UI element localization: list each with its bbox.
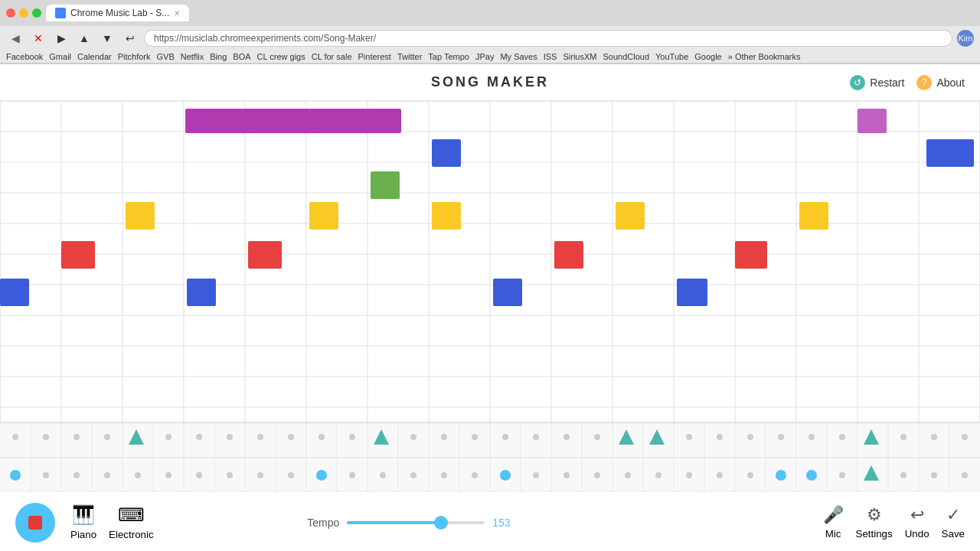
drum-dot[interactable] — [686, 434, 692, 440]
drum-dot[interactable] — [74, 472, 80, 478]
note-block[interactable] — [493, 279, 522, 306]
drum-dot[interactable] — [778, 434, 784, 440]
drum-dot[interactable] — [43, 434, 49, 440]
drum-triangle[interactable] — [649, 429, 665, 445]
bookmark-google[interactable]: Google — [694, 52, 721, 61]
drum-dot[interactable] — [655, 472, 662, 478]
note-block[interactable] — [926, 139, 974, 167]
piano-button[interactable]: 🎹 Piano — [70, 504, 96, 540]
active-tab[interactable]: Chrome Music Lab - S... ✕ — [46, 5, 189, 21]
drum-dot[interactable] — [900, 434, 906, 440]
stop-button[interactable] — [15, 503, 55, 543]
drum-dot[interactable] — [257, 472, 263, 478]
drum-dot[interactable] — [104, 434, 110, 440]
bookmark-other[interactable]: » Other Bookmarks — [728, 52, 801, 61]
drum-dot[interactable] — [931, 434, 937, 440]
settings-button[interactable]: ⚙ Settings — [856, 505, 893, 540]
drum-dot[interactable] — [165, 434, 172, 440]
note-block[interactable] — [61, 241, 95, 269]
drum-dot[interactable] — [349, 472, 355, 478]
drum-dot[interactable] — [962, 472, 968, 478]
note-block[interactable] — [799, 202, 828, 230]
close-traffic-light[interactable] — [6, 8, 15, 18]
beat-section[interactable] — [0, 422, 980, 491]
bookmark-youtube[interactable]: YouTube — [655, 52, 688, 61]
minimize-traffic-light[interactable] — [19, 8, 28, 18]
about-button[interactable]: ? About — [916, 75, 965, 90]
note-block[interactable] — [858, 109, 887, 133]
forward-button[interactable]: ▶ — [52, 29, 70, 47]
drum-dot[interactable] — [165, 472, 172, 478]
drum-beat-active[interactable] — [806, 470, 817, 481]
drum-dot[interactable] — [74, 434, 80, 440]
undo-button[interactable]: ↩ Undo — [905, 505, 929, 540]
bookmark-my-saves[interactable]: My Saves — [500, 52, 537, 61]
note-block[interactable] — [187, 279, 216, 306]
tempo-slider-thumb[interactable] — [434, 516, 448, 530]
drum-dot[interactable] — [594, 434, 600, 440]
drum-dot[interactable] — [931, 472, 937, 478]
note-block[interactable] — [432, 202, 461, 230]
drum-beat-active[interactable] — [776, 470, 786, 481]
drum-dot[interactable] — [747, 472, 753, 478]
bookmark-pinterest[interactable]: Pinterest — [358, 52, 391, 61]
drum-dot[interactable] — [441, 472, 447, 478]
bookmark-jpay[interactable]: JPay — [475, 52, 494, 61]
tempo-slider[interactable] — [347, 521, 485, 524]
drum-dot[interactable] — [441, 434, 447, 440]
drum-beat-active[interactable] — [316, 470, 327, 481]
drum-dot[interactable] — [594, 472, 600, 478]
bookmark-calendar[interactable]: Calendar — [77, 52, 112, 61]
drum-dot[interactable] — [257, 434, 263, 440]
save-button[interactable]: ✓ Save — [942, 505, 965, 540]
bookmark-iss[interactable]: ISS — [544, 52, 557, 61]
electronic-button[interactable]: ⌨ Electronic — [109, 504, 154, 540]
note-block[interactable] — [432, 139, 461, 167]
note-block[interactable] — [185, 109, 401, 133]
drum-triangle[interactable] — [864, 429, 879, 445]
drum-dot[interactable] — [104, 472, 110, 478]
note-block[interactable] — [554, 241, 583, 269]
drum-dot[interactable] — [12, 434, 18, 440]
stop-load-button[interactable]: ✕ — [29, 29, 47, 47]
maximize-traffic-light[interactable] — [32, 8, 41, 18]
drum-dot[interactable] — [196, 434, 202, 440]
bookmark-gmail[interactable]: Gmail — [49, 52, 71, 61]
drum-dot[interactable] — [472, 472, 478, 478]
drum-dot[interactable] — [839, 434, 845, 440]
drum-dot[interactable] — [900, 472, 906, 478]
drum-dot[interactable] — [533, 434, 539, 440]
note-block[interactable] — [126, 202, 155, 230]
drum-dot[interactable] — [410, 434, 416, 440]
mic-button[interactable]: 🎤 Mic — [823, 505, 844, 540]
drum-dot[interactable] — [135, 472, 141, 478]
tab-close-button[interactable]: ✕ — [174, 9, 180, 18]
bookmark-cl-sale[interactable]: CL for sale — [312, 52, 352, 61]
drum-dot[interactable] — [564, 434, 570, 440]
address-bar[interactable]: https://musiclab.chromeexperiments.com/S… — [144, 30, 952, 47]
return-button[interactable]: ↩ — [121, 29, 139, 47]
drum-dot[interactable] — [318, 434, 325, 440]
down-button[interactable]: ▼ — [98, 29, 116, 47]
note-block[interactable] — [0, 279, 29, 306]
note-block[interactable] — [371, 171, 400, 199]
drum-dot[interactable] — [717, 472, 723, 478]
bookmark-pitchfork[interactable]: Pitchfork — [118, 52, 151, 61]
drum-dot[interactable] — [288, 472, 294, 478]
note-block[interactable] — [309, 202, 338, 230]
drum-dot[interactable] — [502, 434, 508, 440]
drum-dot[interactable] — [625, 472, 631, 478]
drum-dot[interactable] — [349, 434, 355, 440]
back-button[interactable]: ◀ — [6, 29, 24, 47]
drum-beat-active[interactable] — [500, 470, 511, 481]
bookmark-boa[interactable]: BOA — [233, 52, 250, 61]
drum-dot[interactable] — [686, 472, 692, 478]
bookmark-twitter[interactable]: Twitter — [397, 52, 422, 61]
restart-button[interactable]: ↺ Restart — [850, 75, 904, 90]
drum-dot[interactable] — [227, 434, 233, 440]
bookmark-netflix[interactable]: Netflix — [181, 52, 204, 61]
drum-dot[interactable] — [196, 472, 202, 478]
drum-beat-active[interactable] — [10, 470, 21, 481]
drum-triangle[interactable] — [864, 465, 879, 481]
bookmark-bing[interactable]: Bing — [210, 52, 227, 61]
